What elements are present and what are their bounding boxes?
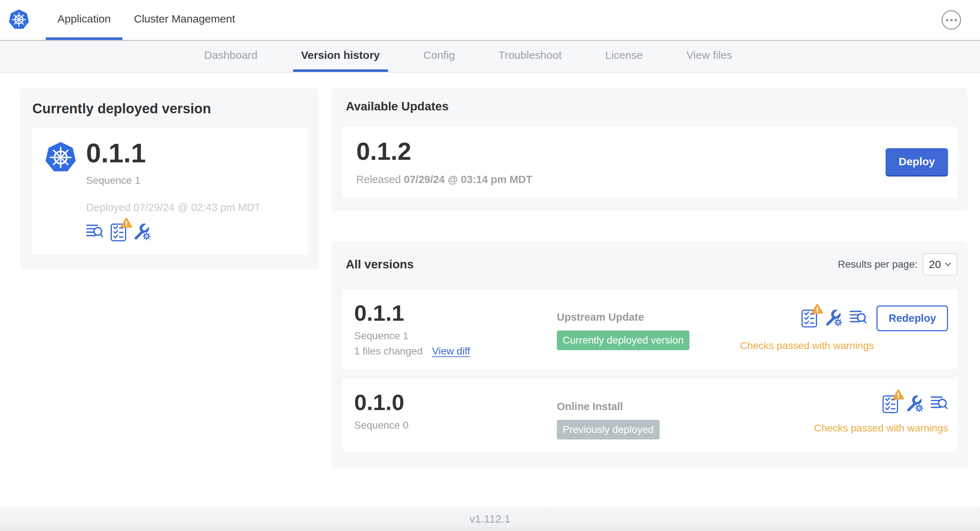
logs-icon[interactable] xyxy=(86,223,103,238)
available-updates-card: Available Updates 0.1.2 Released 07/29/2… xyxy=(331,88,968,211)
subnav-version-history-label: Version history xyxy=(301,49,380,61)
deployed-status-badge: Currently deployed version xyxy=(557,331,689,350)
tab-cluster-management-label: Cluster Management xyxy=(134,13,235,25)
logs-icon[interactable] xyxy=(850,309,867,324)
kubernetes-app-icon xyxy=(45,140,76,242)
source-label: Upstream Update xyxy=(557,311,740,323)
main-content: Currently deployed version 0.1.1 xyxy=(0,73,980,507)
version-source: Online Install Previously deployed xyxy=(557,391,814,439)
checks-status-text: Checks passed with warnings xyxy=(740,340,874,351)
redeploy-button[interactable]: Redeploy xyxy=(877,305,948,331)
version-info: 0.1.0 Sequence 0 xyxy=(354,391,557,439)
files-changed-label: 1 files changed xyxy=(354,345,422,357)
warning-triangle-icon xyxy=(811,303,823,314)
tab-application[interactable]: Application xyxy=(46,0,123,40)
row-sequence: Sequence 1 xyxy=(354,330,557,342)
current-version-actions xyxy=(86,223,261,242)
available-updates-title: Available Updates xyxy=(346,100,958,113)
current-version-deployed-at: Deployed 07/29/24 @ 02:43 pm MDT xyxy=(86,202,261,213)
currently-deployed-card: Currently deployed version 0.1.1 xyxy=(20,88,319,270)
subnav-license[interactable]: License xyxy=(597,41,651,72)
app-logo xyxy=(0,0,29,40)
version-actions: Redeploy Checks passed with warnings xyxy=(740,302,948,357)
all-versions-title: All versions xyxy=(346,258,414,271)
logs-icon[interactable] xyxy=(931,395,948,410)
update-version-number: 0.1.2 xyxy=(356,139,532,164)
subnav-troubleshoot[interactable]: Troubleshoot xyxy=(490,41,570,72)
warning-triangle-icon xyxy=(121,217,132,228)
console-version: v1.112.1 xyxy=(470,513,511,525)
preflight-checks-warning-icon[interactable] xyxy=(882,395,899,414)
version-info: 0.1.1 Sequence 1 1 files changed View di… xyxy=(354,302,557,357)
all-versions-header: All versions Results per page: 20 xyxy=(346,253,958,276)
config-icon[interactable] xyxy=(133,223,151,240)
current-version-sequence: Sequence 1 xyxy=(86,175,261,186)
released-date: 07/29/24 @ 03:14 pm MDT xyxy=(404,173,533,185)
more-menu-button[interactable] xyxy=(942,10,961,30)
version-actions: Checks passed with warnings xyxy=(814,391,948,439)
subnav-dashboard-label: Dashboard xyxy=(204,49,258,61)
results-per-page-label: Results per page: xyxy=(838,259,918,270)
all-versions-card: All versions Results per page: 20 0.1.1 … xyxy=(331,242,968,469)
preflight-checks-warning-icon[interactable] xyxy=(110,223,127,242)
subnav-config-label: Config xyxy=(423,49,455,61)
kubernetes-logo-icon xyxy=(8,8,29,32)
ellipsis-icon xyxy=(946,19,948,21)
chevron-down-icon xyxy=(945,262,951,267)
version-row-0-1-1: 0.1.1 Sequence 1 1 files changed View di… xyxy=(342,289,958,369)
app-subnav: Dashboard Version history Config Trouble… xyxy=(0,41,980,73)
results-per-page-select[interactable]: 20 xyxy=(923,253,958,276)
update-row: 0.1.2 Released 07/29/24 @ 03:14 pm MDT D… xyxy=(342,126,958,198)
config-icon[interactable] xyxy=(906,395,923,412)
config-icon[interactable] xyxy=(825,309,842,326)
view-diff-link[interactable]: View diff xyxy=(432,345,470,357)
subnav-troubleshoot-label: Troubleshoot xyxy=(498,49,562,61)
checks-status-text: Checks passed with warnings xyxy=(814,422,948,434)
subnav-license-label: License xyxy=(605,49,643,61)
row-version-number: 0.1.1 xyxy=(354,302,557,324)
ellipsis-icon xyxy=(955,19,957,21)
results-per-page: Results per page: 20 xyxy=(838,253,958,276)
row-sequence: Sequence 0 xyxy=(354,420,557,431)
topbar: Application Cluster Management xyxy=(0,0,980,41)
right-column: Available Updates 0.1.2 Released 07/29/2… xyxy=(331,88,968,469)
source-label: Online Install xyxy=(557,401,814,413)
tab-application-label: Application xyxy=(57,13,111,25)
released-prefix: Released xyxy=(356,173,401,185)
subnav-dashboard[interactable]: Dashboard xyxy=(196,41,266,72)
subnav-view-files[interactable]: View files xyxy=(679,41,740,72)
top-tabs: Application Cluster Management xyxy=(46,0,247,40)
version-source: Upstream Update Currently deployed versi… xyxy=(557,302,740,357)
currently-deployed-inner: 0.1.1 Sequence 1 Deployed 07/29/24 @ 02:… xyxy=(32,127,309,255)
version-action-icons xyxy=(882,395,948,414)
results-per-page-value: 20 xyxy=(929,258,941,270)
footer: v1.112.1 xyxy=(0,507,980,531)
update-released-at: Released 07/29/24 @ 03:14 pm MDT xyxy=(356,173,532,186)
row-version-number: 0.1.0 xyxy=(354,391,557,414)
preflight-checks-warning-icon[interactable] xyxy=(801,309,818,328)
deploy-button[interactable]: Deploy xyxy=(886,148,948,176)
subnav-version-history[interactable]: Version history xyxy=(293,41,388,72)
tab-cluster-management[interactable]: Cluster Management xyxy=(123,0,247,40)
subnav-view-files-label: View files xyxy=(687,49,732,61)
currently-deployed-title: Currently deployed version xyxy=(32,101,309,117)
version-action-icons xyxy=(801,309,867,328)
warning-triangle-icon xyxy=(892,389,904,400)
deployed-status-badge: Previously deployed xyxy=(557,420,660,439)
ellipsis-icon xyxy=(950,19,953,21)
version-row-0-1-0: 0.1.0 Sequence 0 Online Install Previous… xyxy=(342,379,958,452)
subnav-config[interactable]: Config xyxy=(415,41,463,72)
current-version-number: 0.1.1 xyxy=(86,140,261,167)
